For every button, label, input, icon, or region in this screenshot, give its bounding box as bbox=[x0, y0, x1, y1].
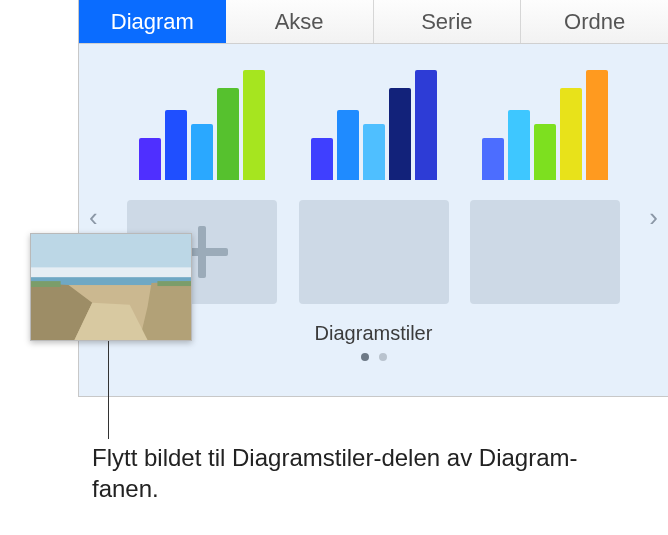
chart-style-row bbox=[79, 44, 668, 180]
page-dots bbox=[79, 353, 668, 375]
chart-bar bbox=[191, 124, 213, 180]
empty-style-slot[interactable] bbox=[470, 200, 620, 304]
chart-bar bbox=[363, 124, 385, 180]
chart-bar bbox=[165, 110, 187, 180]
tab-ordne[interactable]: Ordne bbox=[521, 0, 668, 43]
chart-bar bbox=[243, 70, 265, 180]
tab-diagram[interactable]: Diagram bbox=[79, 0, 226, 43]
svg-rect-8 bbox=[157, 281, 191, 286]
callout-text: Flytt bildet til Diagramstiler-delen av … bbox=[92, 442, 612, 504]
chart-bar bbox=[586, 70, 608, 180]
chart-bar bbox=[482, 138, 504, 180]
tab-bar: Diagram Akse Serie Ordne bbox=[79, 0, 668, 44]
chart-style-3[interactable] bbox=[470, 68, 620, 180]
chart-bar bbox=[508, 110, 530, 180]
empty-style-slot[interactable] bbox=[299, 200, 449, 304]
chart-bar bbox=[415, 70, 437, 180]
chart-styles-area: ‹ › Diagramstiler bbox=[79, 44, 668, 396]
chevron-left-icon[interactable]: ‹ bbox=[89, 204, 98, 230]
chart-style-1[interactable] bbox=[127, 68, 277, 180]
tab-akse[interactable]: Akse bbox=[226, 0, 374, 43]
svg-rect-7 bbox=[31, 281, 61, 287]
chart-bar bbox=[389, 88, 411, 180]
chart-bar bbox=[217, 88, 239, 180]
tab-serie[interactable]: Serie bbox=[374, 0, 522, 43]
chart-bar bbox=[337, 110, 359, 180]
chart-bar bbox=[534, 124, 556, 180]
dragged-beach-image[interactable] bbox=[30, 233, 192, 341]
chevron-right-icon[interactable]: › bbox=[649, 204, 658, 230]
page-dot[interactable] bbox=[379, 353, 387, 361]
callout-leader-line bbox=[108, 341, 109, 439]
chart-bar bbox=[311, 138, 333, 180]
chart-bar bbox=[139, 138, 161, 180]
chart-bar bbox=[560, 88, 582, 180]
chart-style-2[interactable] bbox=[299, 68, 449, 180]
page-dot[interactable] bbox=[361, 353, 369, 361]
